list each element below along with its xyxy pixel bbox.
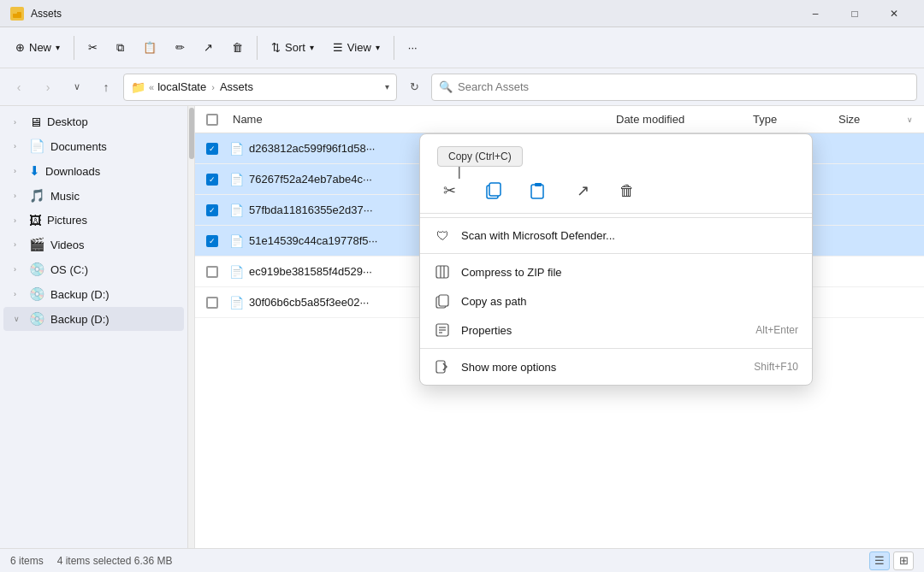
up-button[interactable]: ↑ — [94, 75, 118, 99]
ctx-cut-button[interactable]: ✂ — [434, 175, 465, 206]
sort-chevron-icon: ▾ — [310, 43, 314, 52]
sidebar-item-documents[interactable]: › 📄 Documents — [3, 134, 184, 158]
ctx-icons-row: ✂ ↗ 🗑 — [420, 172, 812, 214]
chevron-icon: › — [14, 290, 24, 298]
svg-rect-7 — [436, 266, 448, 278]
search-input[interactable] — [458, 80, 909, 93]
row-checkbox[interactable] — [206, 266, 218, 278]
view-button[interactable]: ☰ View ▾ — [324, 36, 388, 59]
status-bar: 6 items 4 items selected 6.36 MB ☰ ⊞ — [0, 548, 924, 572]
svg-rect-4 — [489, 183, 500, 196]
more-button[interactable]: ··· — [400, 36, 426, 59]
sort-icon: ⇅ — [271, 41, 281, 54]
col-date-header: Date modified — [616, 113, 753, 126]
toolbar-sep-3 — [394, 36, 394, 60]
share-button[interactable]: ↗ — [195, 36, 222, 59]
chevron-icon: › — [14, 240, 24, 249]
breadcrumb-assets: Assets — [220, 80, 253, 93]
file-icon: 📄 — [229, 142, 244, 156]
search-box[interactable]: 🔍 — [431, 74, 917, 101]
row-checkbox[interactable] — [206, 174, 218, 186]
sidebar-item-pictures[interactable]: › 🖼 Pictures — [3, 209, 184, 232]
ctx-paste-button[interactable] — [523, 175, 554, 206]
row-checkbox[interactable] — [206, 204, 218, 216]
breadcrumb[interactable]: 📁 « localState › Assets ▾ — [123, 74, 397, 101]
header-checkbox-col — [195, 114, 229, 126]
main-content: › 🖥 Desktop › 📄 Documents › ⬇ Downloads … — [0, 106, 924, 548]
defender-icon: 🛡 — [434, 228, 451, 243]
file-icon: 📄 — [229, 296, 244, 310]
sidebar-scrollbar[interactable] — [188, 106, 195, 548]
paste-icon: 📋 — [143, 41, 157, 54]
breadcrumb-chevron-icon[interactable]: ▾ — [385, 82, 389, 91]
ctx-scan-defender-item[interactable]: 🛡 Scan with Microsoft Defender... — [420, 221, 812, 250]
expand-button[interactable]: ∨ — [65, 75, 89, 99]
minimize-button[interactable]: – — [796, 0, 835, 27]
ctx-tooltip-row: Copy (Ctrl+C) — [420, 138, 812, 172]
folder-icon: 📄 — [29, 139, 45, 154]
header-checkbox[interactable] — [206, 114, 218, 126]
folder-icon: 🎬 — [29, 237, 45, 252]
paste-button[interactable]: 📋 — [134, 36, 165, 59]
col-expand-icon: ∨ — [907, 115, 924, 124]
ctx-delete-button[interactable]: 🗑 — [612, 175, 643, 206]
new-plus-icon: ⊕ — [15, 41, 25, 54]
sidebar-item-osc[interactable]: › 💿 OS (C:) — [3, 257, 184, 281]
sort-button[interactable]: ⇅ Sort ▾ — [263, 36, 323, 59]
ctx-more-options-item[interactable]: Show more options Shift+F10 — [420, 352, 812, 381]
delete-button[interactable]: 🗑 — [223, 36, 252, 59]
total-items-label: 6 items — [10, 555, 44, 567]
drive-icon: 💿 — [29, 311, 45, 327]
list-view-button[interactable]: ☰ — [869, 551, 890, 570]
sidebar-label: Videos — [50, 239, 85, 251]
sidebar-item-music[interactable]: › 🎵 Music — [3, 184, 184, 208]
ctx-sep-3 — [420, 348, 812, 349]
svg-rect-2 — [12, 11, 17, 14]
row-checkbox[interactable] — [206, 297, 218, 309]
rename-button[interactable]: ✏ — [167, 36, 193, 59]
sidebar-item-desktop[interactable]: › 🖥 Desktop — [3, 110, 184, 133]
ctx-sep-1 — [420, 217, 812, 218]
cut-button[interactable]: ✂ — [80, 36, 106, 59]
close-button[interactable]: ✕ — [874, 0, 914, 27]
properties-icon — [434, 322, 451, 338]
row-checkbox[interactable] — [206, 143, 218, 155]
selected-info-label: 4 items selected 6.36 MB — [57, 555, 173, 567]
chevron-icon: › — [14, 216, 24, 225]
sidebar-label: Documents — [50, 140, 107, 153]
back-button[interactable]: ‹ — [7, 75, 31, 99]
search-icon: 🔍 — [439, 80, 453, 93]
view-controls: ☰ ⊞ — [869, 551, 914, 570]
forward-button[interactable]: › — [36, 75, 60, 99]
col-name-header: Name — [229, 113, 616, 126]
refresh-button[interactable]: ↻ — [402, 75, 426, 99]
row-checkbox[interactable] — [206, 235, 218, 247]
ctx-properties-item[interactable]: Properties Alt+Enter — [420, 315, 812, 345]
ctx-copy-path-item[interactable]: Copy as path — [420, 286, 812, 315]
more-options-icon — [434, 359, 451, 374]
ctx-share-button[interactable]: ↗ — [567, 175, 598, 206]
sidebar-item-videos[interactable]: › 🎬 Videos — [3, 233, 184, 257]
grid-view-button[interactable]: ⊞ — [893, 551, 914, 570]
ctx-properties-label: Properties — [461, 324, 745, 337]
chevron-icon: › — [14, 265, 24, 274]
sidebar-label: Music — [50, 190, 80, 203]
sidebar-item-backup1[interactable]: › 💿 Backup (D:) — [3, 282, 184, 306]
maximize-button[interactable]: □ — [835, 0, 874, 27]
chevron-icon: › — [14, 167, 24, 175]
sidebar-item-downloads[interactable]: › ⬇ Downloads — [3, 159, 184, 183]
ctx-compress-label: Compress to ZIP file — [461, 266, 798, 279]
copy-button[interactable]: ⧉ — [108, 36, 133, 60]
sidebar-label: Downloads — [45, 165, 100, 178]
new-button[interactable]: ⊕ New ▾ — [7, 36, 68, 59]
sidebar-item-backup2[interactable]: ∨ 💿 Backup (D:) — [3, 307, 184, 331]
window-title: Assets — [31, 8, 796, 20]
chevron-icon: ∨ — [14, 315, 24, 323]
sidebar-label: Backup (D:) — [50, 288, 110, 301]
ctx-copy-button[interactable] — [478, 175, 509, 206]
ctx-copy-path-label: Copy as path — [461, 295, 798, 308]
ctx-compress-item[interactable]: Compress to ZIP file — [420, 257, 812, 286]
ctx-more-options-label: Show more options — [461, 361, 743, 374]
folder-icon: 📁 — [131, 80, 145, 94]
file-icon: 📄 — [229, 234, 244, 248]
